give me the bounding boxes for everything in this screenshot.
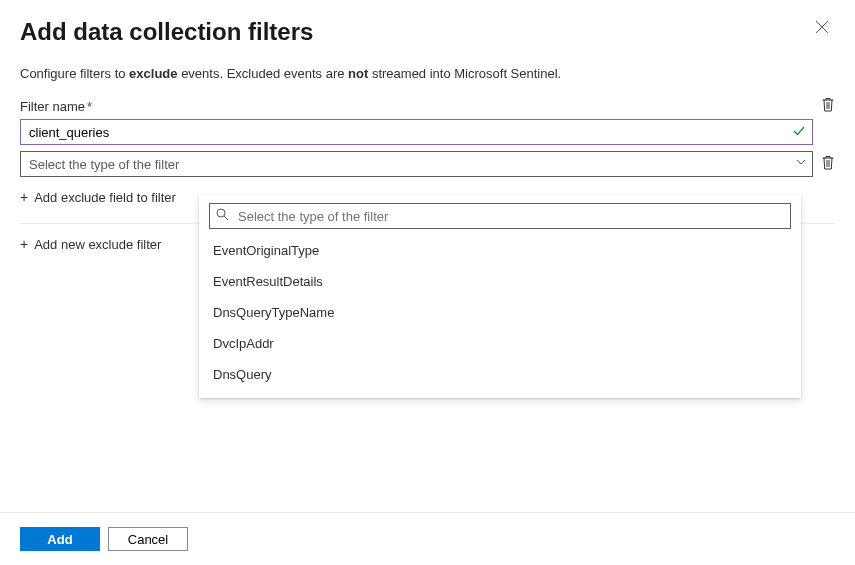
required-indicator: *: [87, 99, 92, 114]
plus-icon: +: [20, 236, 28, 252]
filter-name-input[interactable]: [20, 119, 813, 145]
dropdown-option[interactable]: DnsQueryTypeName: [199, 297, 801, 328]
dropdown-option[interactable]: EventResultDetails: [199, 266, 801, 297]
description-text: Configure filters to exclude events. Exc…: [0, 54, 855, 91]
delete-type-icon[interactable]: [821, 145, 835, 174]
filter-type-select[interactable]: Select the type of the filter: [20, 151, 813, 177]
page-title: Add data collection filters: [20, 18, 313, 46]
add-exclude-field-button[interactable]: + Add exclude field to filter: [0, 177, 196, 209]
dropdown-option[interactable]: DvcIpAddr: [199, 328, 801, 359]
filter-type-placeholder: Select the type of the filter: [29, 157, 179, 172]
add-new-filter-button[interactable]: + Add new exclude filter: [0, 224, 181, 256]
dropdown-search-input[interactable]: [209, 203, 791, 229]
filter-type-dropdown: EventOriginalTypeEventResultDetailsDnsQu…: [199, 195, 801, 398]
close-icon[interactable]: [809, 18, 835, 39]
plus-icon: +: [20, 189, 28, 205]
cancel-button[interactable]: Cancel: [108, 527, 188, 551]
add-button[interactable]: Add: [20, 527, 100, 551]
delete-filter-icon[interactable]: [821, 97, 835, 116]
filter-name-label: Filter name*: [20, 99, 92, 114]
panel-footer: Add Cancel: [0, 512, 855, 565]
dropdown-option[interactable]: EventOriginalType: [199, 235, 801, 266]
dropdown-option[interactable]: DnsQuery: [199, 359, 801, 390]
